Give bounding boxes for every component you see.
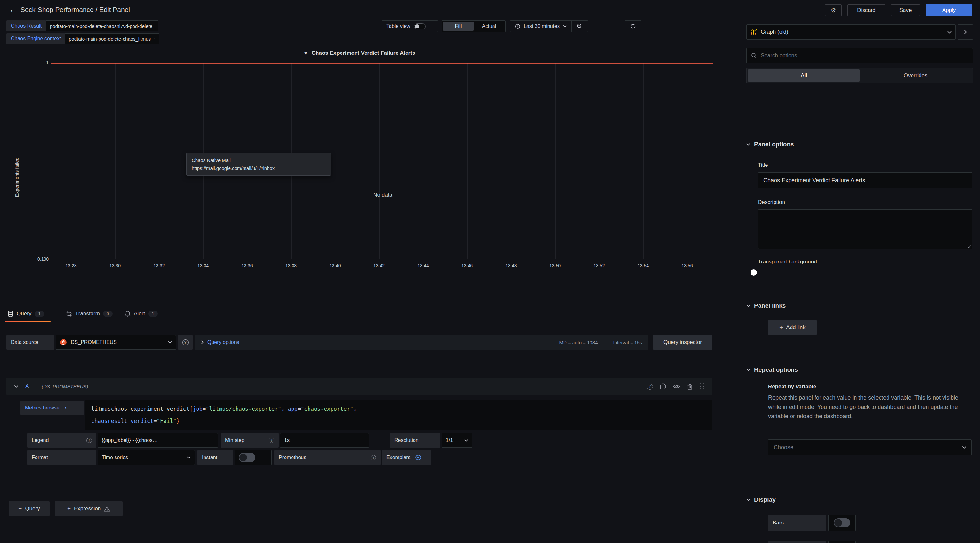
add-query-button[interactable]: + Query bbox=[9, 502, 49, 516]
interval-text: Interval = 15s bbox=[613, 340, 642, 345]
no-data-text: No data bbox=[344, 192, 421, 198]
hide-query-icon[interactable] bbox=[673, 384, 680, 389]
tab-alert[interactable]: Alert 1 bbox=[125, 307, 158, 321]
transparent-bg-label: Transparent background bbox=[758, 259, 817, 265]
warning-icon bbox=[104, 506, 110, 512]
variable-select-chaos-engine-context[interactable]: podtato-main-pod-delete-chaos_litmus bbox=[65, 33, 159, 44]
tab-query[interactable]: Query 1 bbox=[8, 307, 44, 321]
tab-transform[interactable]: Transform 0 bbox=[66, 307, 113, 321]
section-panel-options[interactable]: Panel options bbox=[746, 141, 794, 148]
threshold-line bbox=[51, 63, 713, 64]
prometheus-type-label: Prometheus i bbox=[274, 450, 380, 465]
datasource-picker[interactable]: DS_PROMETHEUS bbox=[56, 335, 176, 350]
x-tick-label: 13:56 bbox=[675, 263, 700, 268]
visualization-picker[interactable]: Graph (old) bbox=[746, 24, 956, 40]
chevron-down-icon bbox=[154, 37, 155, 40]
plus-icon: + bbox=[67, 505, 71, 512]
x-tick-label: 13:46 bbox=[455, 263, 480, 268]
divider bbox=[740, 490, 980, 490]
chevron-right-icon bbox=[64, 406, 67, 410]
x-tick-label: 13:36 bbox=[234, 263, 260, 268]
exemplars-eye-icon[interactable] bbox=[415, 454, 422, 461]
variable-label-chaos-engine-context: Chaos Engine context bbox=[6, 33, 65, 44]
search-options-input[interactable] bbox=[761, 53, 968, 59]
fill-option[interactable]: Fill bbox=[443, 22, 474, 31]
min-step-input[interactable] bbox=[280, 433, 369, 447]
query-ref-id: A bbox=[25, 383, 29, 390]
filter-tab-overrides[interactable]: Overrides bbox=[860, 70, 971, 82]
search-icon bbox=[751, 53, 757, 59]
section-panel-links[interactable]: Panel links bbox=[746, 302, 786, 309]
refresh-button[interactable] bbox=[625, 21, 641, 32]
gear-icon: ⚙ bbox=[830, 7, 836, 14]
time-range-picker[interactable]: Last 30 minutes bbox=[511, 21, 571, 32]
section-display[interactable]: Display bbox=[746, 496, 776, 503]
add-expression-button[interactable]: + Expression bbox=[55, 502, 123, 516]
save-button[interactable]: Save bbox=[891, 5, 920, 16]
legend-input[interactable] bbox=[98, 433, 218, 447]
panel-description-textarea[interactable] bbox=[758, 209, 972, 249]
bars-toggle[interactable] bbox=[834, 518, 850, 527]
question-circle-icon: ? bbox=[183, 339, 189, 346]
x-tick-label: 13:32 bbox=[146, 263, 172, 268]
chevron-down-icon bbox=[168, 341, 172, 344]
promql-editor[interactable]: litmuschaos_experiment_verdict{job="litm… bbox=[85, 400, 713, 430]
plot-area[interactable]: No data bbox=[51, 63, 713, 260]
query-row-header[interactable]: A (DS_PROMETHEUS) ? bbox=[6, 378, 713, 395]
zoom-out-button[interactable] bbox=[572, 21, 588, 32]
datasource-help-button[interactable]: ? bbox=[178, 335, 192, 350]
table-view-toggle[interactable] bbox=[414, 23, 426, 29]
resize-handle-icon[interactable] bbox=[967, 244, 971, 248]
filter-tab-all[interactable]: All bbox=[748, 70, 860, 82]
gridline bbox=[467, 63, 468, 259]
copy-query-icon[interactable] bbox=[660, 383, 666, 390]
x-tick-label: 13:38 bbox=[278, 263, 304, 268]
table-view-control[interactable]: Table view bbox=[382, 21, 438, 32]
gridline bbox=[71, 63, 72, 259]
query-help-icon[interactable]: ? bbox=[647, 384, 653, 390]
apply-button[interactable]: Apply bbox=[926, 5, 972, 16]
divider bbox=[740, 136, 980, 136]
search-options-box bbox=[746, 48, 973, 64]
y-tick-top: 1 bbox=[29, 60, 49, 65]
drag-handle-icon[interactable] bbox=[700, 383, 705, 390]
clock-icon bbox=[515, 24, 520, 29]
metrics-browser-button[interactable]: Metrics browser bbox=[21, 401, 84, 415]
section-repeat-options[interactable]: Repeat options bbox=[746, 366, 798, 373]
delete-query-icon[interactable] bbox=[687, 384, 693, 390]
chevron-right-icon bbox=[201, 340, 204, 344]
collapse-pane-button[interactable] bbox=[958, 24, 973, 40]
prometheus-icon bbox=[60, 339, 67, 346]
chevron-down-icon bbox=[746, 368, 750, 371]
description-field-label: Description bbox=[758, 199, 785, 205]
variable-select-chaos-result[interactable]: podtato-main-pod-delete-chaosnl7vd-pod-d… bbox=[46, 21, 158, 31]
format-select[interactable]: Time series bbox=[98, 450, 195, 465]
query-options-toggle[interactable]: Query options bbox=[201, 339, 239, 345]
query-inspector-button[interactable]: Query inspector bbox=[653, 335, 713, 350]
section-guide bbox=[753, 156, 753, 286]
add-link-button[interactable]: + Add link bbox=[768, 320, 817, 335]
repeat-variable-select[interactable]: Choose bbox=[768, 439, 972, 455]
gridline bbox=[599, 63, 600, 259]
exemplars-control: Exemplars bbox=[382, 450, 431, 465]
instant-toggle[interactable] bbox=[239, 453, 255, 462]
gridline bbox=[159, 63, 159, 259]
back-arrow-icon[interactable]: ← bbox=[9, 5, 17, 14]
y-tick-bottom: 0.100 bbox=[29, 256, 49, 261]
panel-title-input[interactable] bbox=[758, 172, 972, 188]
max-data-points-text: MD = auto = 1084 bbox=[559, 340, 598, 345]
time-picker-group: Last 30 minutes bbox=[510, 21, 588, 32]
actual-option[interactable]: Actual bbox=[474, 22, 504, 31]
options-pane-divider bbox=[740, 20, 740, 543]
table-view-label: Table view bbox=[386, 23, 410, 29]
panel-settings-button[interactable]: ⚙ bbox=[825, 5, 842, 16]
min-step-label: Min step i bbox=[221, 433, 279, 447]
discard-button[interactable]: Discard bbox=[848, 5, 885, 16]
chart-header[interactable]: ♥ Chaos Experiment Verdict Failure Alert… bbox=[6, 50, 713, 56]
resolution-select[interactable]: 1/1 bbox=[442, 433, 473, 447]
y-axis-label: Experiments failed bbox=[14, 81, 19, 274]
legend-label: Legend i bbox=[27, 433, 96, 447]
instant-toggle-box bbox=[235, 450, 272, 465]
bars-toggle-box bbox=[828, 515, 856, 531]
variable-label-chaos-result: Chaos Result bbox=[6, 21, 46, 31]
